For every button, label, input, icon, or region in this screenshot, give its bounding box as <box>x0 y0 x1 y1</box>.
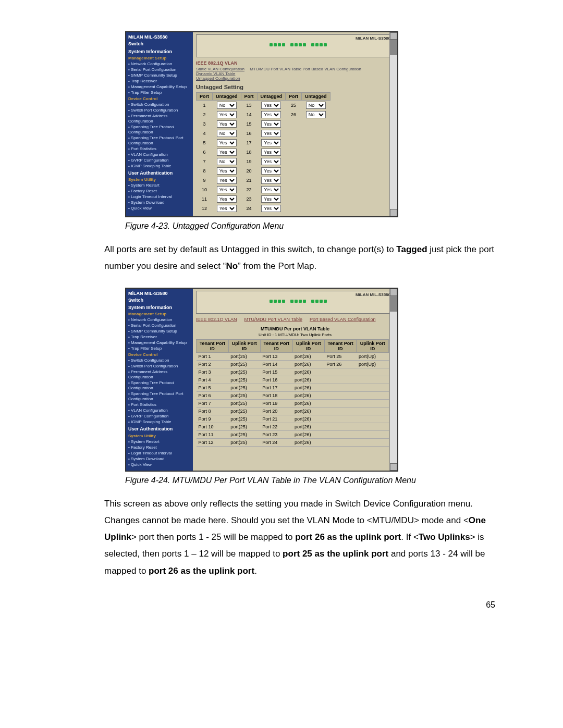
link-dynamic-vlan[interactable]: Dynamic VLAN Table <box>196 71 235 76</box>
sidebar-item[interactable]: • Spanning Tree Protocol Port Configurat… <box>128 135 191 146</box>
sidebar-item[interactable]: • Port Statistics <box>128 146 191 152</box>
link-static-vlan[interactable]: Static VLAN Configuration <box>196 67 244 71</box>
sidebar-item[interactable]: • Switch Configuration <box>128 358 191 363</box>
sidebar-item[interactable]: • Trap Receiver <box>128 79 191 84</box>
sidebar-item[interactable]: • Network Configuration <box>128 61 191 67</box>
untagged-select[interactable]: Yes <box>261 102 281 109</box>
col-header: Uplink Port ID <box>292 339 324 352</box>
sidebar2-sysutil[interactable]: System Utility <box>128 434 191 439</box>
sidebar-item[interactable]: • Factory Reset <box>128 189 191 194</box>
scroll-down-icon[interactable] <box>390 209 397 216</box>
sidebar-item[interactable]: • Quick View <box>128 462 191 467</box>
sidebar-item[interactable]: • Serial Port Configuration <box>128 67 191 72</box>
sidebar-item[interactable]: • Spanning Tree Protocol Configuration <box>128 125 191 135</box>
scroll-up-icon[interactable] <box>390 289 397 296</box>
untagged-select[interactable]: Yes <box>261 120 281 128</box>
untagged-select[interactable]: Yes <box>217 205 237 212</box>
tab-portbased[interactable]: Port Based VLAN Configuration <box>310 317 376 322</box>
sidebar-item[interactable]: • Switch Configuration <box>128 102 191 107</box>
tab-ieee[interactable]: IEEE 802.1Q VLAN <box>196 317 237 322</box>
sidebar-item[interactable]: • Quick View <box>128 206 191 211</box>
vlan-cell: port(25) <box>228 384 260 391</box>
untagged-select[interactable]: Yes <box>217 149 237 156</box>
untagged-select[interactable]: Yes <box>261 167 281 175</box>
sidebar-item[interactable]: • IGMP Snooping Table <box>128 164 191 169</box>
sidebar-item[interactable]: • Management Capability Setup <box>128 84 191 90</box>
untagged-select[interactable]: Yes <box>261 130 281 137</box>
untagged-select[interactable]: Yes <box>261 158 281 165</box>
sidebar-item[interactable]: • Switch Port Configuration <box>128 364 191 369</box>
sidebar-item[interactable]: • System Download <box>128 200 191 205</box>
port-cell: 14 <box>241 110 257 119</box>
sidebar-item[interactable]: • Permanent Address Configuration <box>128 114 191 124</box>
sidebar-devctrl[interactable]: Device Control <box>128 96 191 102</box>
sidebar-item[interactable]: • Trap Receiver <box>128 335 191 340</box>
sidebar-mgmt[interactable]: Management Setup <box>128 56 191 61</box>
col-header: Port <box>286 93 302 101</box>
sidebar-item[interactable]: • Management Capability Setup <box>128 340 191 346</box>
untagged-select[interactable]: Yes <box>261 139 281 146</box>
untagged-select[interactable]: Yes <box>217 167 237 175</box>
sidebar-item[interactable]: • System Restart <box>128 183 191 188</box>
sidebar-item[interactable]: • Switch Port Configuration <box>128 108 191 113</box>
untagged-select[interactable]: Yes <box>261 177 281 184</box>
sidebar2-userauth[interactable]: User Authentication <box>128 426 191 432</box>
untagged-select[interactable]: No <box>306 102 326 109</box>
sidebar-item[interactable]: • Spanning Tree Protocol Configuration <box>128 380 191 391</box>
untagged-select[interactable]: Yes <box>261 195 281 203</box>
scroll-thumb[interactable] <box>390 40 397 55</box>
table-row: 2Yes14Yes26No <box>197 110 331 119</box>
sidebar-item[interactable]: • Serial Port Configuration <box>128 323 191 328</box>
port-cell: 21 <box>241 176 257 185</box>
sidebar-item[interactable]: • Port Statistics <box>128 402 191 408</box>
sidebar-item[interactable]: • Factory Reset <box>128 445 191 450</box>
sidebar-item[interactable]: • SNMP Community Setup <box>128 73 191 78</box>
sidebar-item[interactable]: • GVRP Configuration <box>128 158 191 163</box>
sidebar2-devctrl[interactable]: Device Control <box>128 352 191 357</box>
untagged-select[interactable]: Yes <box>217 139 237 146</box>
sidebar-item[interactable]: • Login Timeout Interval <box>128 194 191 200</box>
untagged-select[interactable]: Yes <box>217 195 237 203</box>
sidebar-item[interactable]: • Trap Filter Setup <box>128 346 191 351</box>
link-untagged[interactable]: Untagged Configuration <box>196 76 240 81</box>
scrollbar[interactable] <box>389 32 397 216</box>
tab-mtu[interactable]: MTU/MDU Port VLAN Table <box>244 317 302 322</box>
sidebar-sysutil[interactable]: System Utility <box>128 177 191 182</box>
sidebar-item[interactable]: • System Download <box>128 456 191 462</box>
sidebar-item[interactable]: • Trap Filter Setup <box>128 90 191 95</box>
sidebar-item[interactable]: • Permanent Address Configuration <box>128 369 191 380</box>
sidebar-sysinfo[interactable]: System Information <box>128 49 191 55</box>
sidebar-item[interactable]: • Network Configuration <box>128 317 191 323</box>
untagged-select[interactable]: Yes <box>217 111 237 118</box>
sidebar-item[interactable]: • GVRP Configuration <box>128 414 191 419</box>
untagged-select[interactable]: No <box>217 102 237 109</box>
sidebar-item[interactable]: • Login Timeout Interval <box>128 451 191 456</box>
sidebar-item[interactable]: • IGMP Snooping Table <box>128 419 191 425</box>
untagged-select[interactable]: Yes <box>261 205 281 212</box>
untagged-select[interactable]: No <box>217 158 237 165</box>
untagged-select[interactable]: Yes <box>217 186 237 193</box>
sidebar-item[interactable]: • System Restart <box>128 439 191 445</box>
sidebar2-sysinfo[interactable]: System Information <box>128 305 191 311</box>
sidebar-item[interactable]: • VLAN Configuration <box>128 152 191 157</box>
untagged-select[interactable]: No <box>217 130 237 137</box>
untagged-select[interactable]: No <box>306 111 326 118</box>
sidebar-item[interactable]: • Spanning Tree Protocol Port Configurat… <box>128 391 191 402</box>
sidebar2-mgmt[interactable]: Management Setup <box>128 312 191 317</box>
scroll-down-icon[interactable] <box>390 463 397 471</box>
untagged-select[interactable]: Yes <box>217 120 237 128</box>
scroll-up-icon[interactable] <box>390 32 397 40</box>
untagged-select[interactable]: Yes <box>261 111 281 118</box>
brand2-sub: Switch <box>128 298 191 303</box>
untagged-select[interactable]: Yes <box>261 186 281 193</box>
sidebar-userauth[interactable]: User Authentication <box>128 170 191 176</box>
sidebar-item[interactable]: • VLAN Configuration <box>128 408 191 413</box>
untagged-select[interactable]: Yes <box>261 149 281 156</box>
scrollbar2[interactable] <box>389 289 397 471</box>
untagged-select[interactable]: Yes <box>217 177 237 184</box>
vlan-cell: port(26) <box>292 352 324 360</box>
sidebar-item[interactable]: • SNMP Community Setup <box>128 329 191 334</box>
table-row: Port 12port(25)Port 24port(26) <box>197 438 389 446</box>
scroll-thumb[interactable] <box>390 296 397 312</box>
link-other[interactable]: MTU/MDU Port VLAN Table Port Based VLAN … <box>250 67 361 71</box>
